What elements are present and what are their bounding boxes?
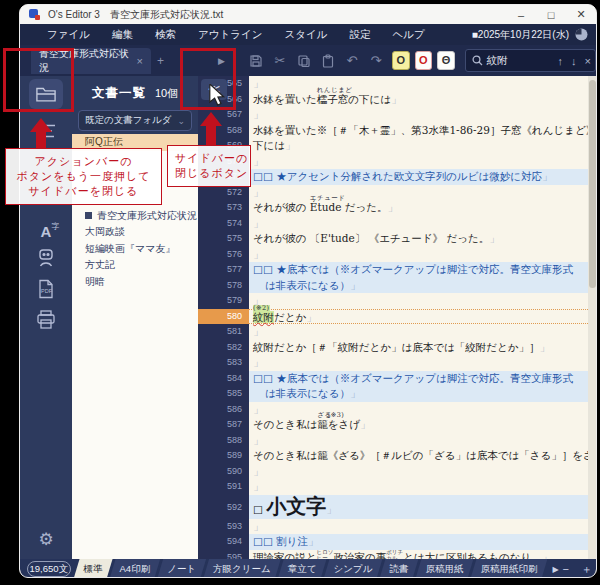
tab-close-icon[interactable]: × (137, 55, 143, 67)
editor-line[interactable]: 585は非表示になる）」 (198, 386, 588, 402)
view-mode-tab-3[interactable]: 方眼クリーム (203, 559, 281, 578)
menu-item-0[interactable]: ファイル (36, 24, 101, 45)
search-clear-button[interactable]: × (581, 55, 595, 67)
screenshot-stage: O's Editor 3 青空文庫形式対応状況.txt – □ ✕ ファイル編集… (0, 0, 600, 585)
editor-line[interactable]: 576」 (198, 247, 588, 263)
menu-item-1[interactable]: 編集 (101, 24, 144, 45)
editor-line[interactable]: 587そのとき私は籠ざるをさげ(※3)」 (198, 417, 588, 433)
more-modes-button[interactable]: ▶ (552, 565, 558, 574)
minimize-button[interactable]: – (506, 9, 536, 21)
editor-line[interactable]: 570」 (198, 154, 588, 170)
folder-dropdown[interactable]: 既定の文書フォルダ ⌄ (78, 110, 192, 131)
line-content: 」 (249, 433, 588, 449)
sidebar-item-print[interactable] (29, 304, 63, 334)
paste-icon[interactable] (317, 53, 339, 69)
view-mode-tab-5[interactable]: シンプル (324, 559, 383, 578)
zoom-in-button[interactable]: ＋ (581, 562, 592, 577)
view-mode-tab-0[interactable]: 標準 (74, 559, 113, 578)
editor-line[interactable]: 594□□ 割り注」 (198, 534, 588, 550)
close-button[interactable]: ✕ (566, 8, 596, 21)
editor-line[interactable]: 595理論家の説とヒロソヒー政治家の事ポリチカルとは大に区別あるものなり。」 (198, 550, 588, 560)
menu-item-2[interactable]: 検索 (144, 24, 187, 45)
editor-line[interactable]: 575それが彼の 〔E'tude〕 《エチュード》 だった。」 (198, 231, 588, 247)
sidebar-item-assistant[interactable] (29, 243, 63, 273)
editor-line[interactable]: 586」 (198, 402, 588, 418)
editor-line[interactable]: 592□ 小文字」 (198, 495, 588, 519)
search-next-button[interactable]: ↓ (567, 55, 581, 67)
menu-item-3[interactable]: アウトライン (187, 24, 273, 45)
editor-line[interactable]: 581」 (198, 324, 588, 340)
view-mode-tab-2[interactable]: ノート (157, 559, 206, 578)
list-item[interactable]: 方丈記 (72, 257, 198, 274)
editor-line[interactable]: 588」 (198, 433, 588, 449)
search-prev-button[interactable]: ↑ (554, 55, 568, 67)
panel-title: 文書一覧 (92, 85, 146, 102)
editor-line[interactable]: 590」 (198, 464, 588, 480)
line-content: □□ ★底本では（※オズマークアップは脚注で対応。青空文庫形式 (249, 262, 588, 278)
save-icon[interactable] (245, 53, 267, 69)
editor-line[interactable]: 573それが彼の Étudeエチュード だった。」 (198, 200, 588, 216)
list-item[interactable]: 青空文庫形式対応状況 (72, 208, 198, 225)
line-content: 水鉢を置いた櫺子窓れんじまどの下には」 (249, 92, 588, 108)
new-tab-button[interactable]: + (151, 54, 170, 68)
red-text-button[interactable]: O (415, 51, 433, 70)
line-number: 587 (198, 417, 249, 433)
editor-line[interactable]: 572」 (198, 185, 588, 201)
cut-icon[interactable]: ✂ (269, 53, 291, 68)
list-item[interactable]: 短編映画『ママ友』 (72, 241, 198, 258)
return-mark: 」 (253, 108, 264, 120)
view-mode-tab-1[interactable]: A4印刷 (110, 559, 161, 578)
editor-line[interactable]: 580紋附(※2)だとか」 (198, 309, 588, 325)
editor-line[interactable]: 593」 (198, 519, 588, 535)
editor-line[interactable]: 582紋附だとか［＃「紋附だとか」は底本では「絞附だとか」］」 (198, 340, 588, 356)
maximize-button[interactable]: □ (536, 9, 566, 21)
callout-line: サイドバーを閉じる (6, 184, 161, 199)
settings-gear-icon[interactable]: ⚙ (29, 529, 63, 555)
list-item[interactable]: 大岡政談 (72, 224, 198, 241)
copy-icon[interactable] (293, 53, 315, 69)
scrollbar-thumb[interactable] (589, 80, 596, 288)
text-segment: そのとき私は (253, 418, 317, 430)
editor-line[interactable]: 565」 (198, 76, 588, 92)
editor-line[interactable]: 568水鉢を置いた※［＃「木＋霊」、第3水準1-86-29］子窓《れんじまど》の (198, 123, 588, 139)
editor-line[interactable]: 577□□ ★底本では（※オズマークアップは脚注で対応。青空文庫形式 (198, 262, 588, 278)
editor-line[interactable]: 574」 (198, 216, 588, 232)
line-number: 582 (198, 340, 249, 356)
marker-highlight-button[interactable]: O (392, 51, 410, 70)
menu-item-6[interactable]: ヘルプ (381, 24, 435, 45)
view-mode-tab-4[interactable]: 章立て (278, 559, 327, 578)
editor-line[interactable]: 578は非表示になる）」 (198, 278, 588, 294)
view-mode-tab-8[interactable]: 原稿用紙印刷 (470, 559, 547, 578)
text-segment: をさげ(※3) (328, 418, 360, 430)
editor-line[interactable]: 569下には」 (198, 138, 588, 154)
redo-icon[interactable]: ↷ (365, 53, 387, 68)
line-content: 水鉢を置いた※［＃「木＋霊」、第3水準1-86-29］子窓《れんじまど》の (249, 123, 588, 139)
list-item[interactable]: 明暗 (72, 274, 198, 291)
editor-line[interactable]: 584□□ ★底本では（※オズマークアップは脚注で対応。青空文庫形式 (198, 371, 588, 387)
editor-area[interactable]: 565」566水鉢を置いた櫺子窓れんじまどの下には」567」568水鉢を置いた※… (198, 76, 588, 559)
search-input[interactable]: 紋附 ↑ ↓ × (465, 49, 596, 72)
line-content: 」 (249, 402, 588, 418)
undo-icon[interactable]: ↶ (341, 53, 363, 68)
view-mode-tab-6[interactable]: 読書 (379, 559, 418, 578)
editor-line[interactable]: 567」 (198, 107, 588, 123)
scrollbar[interactable] (588, 76, 597, 559)
editor-line[interactable]: 566水鉢を置いた櫺子窓れんじまどの下には」 (198, 92, 588, 108)
text-segment: そのとき私は籠《ざる》［＃ルビの「ざる」は底本では「さる」］をさげ (253, 449, 588, 461)
assistant-icon (36, 248, 56, 268)
editor-line[interactable]: 589そのとき私は籠《ざる》［＃ルビの「ざる」は底本では「さる」］をさげ」 (198, 448, 588, 464)
line-number: 581 (198, 324, 249, 340)
sidebar-item-pdf[interactable]: PDF (29, 274, 63, 304)
editor-line[interactable]: 583」 (198, 355, 588, 371)
editor-line[interactable]: 591」 (198, 479, 588, 495)
line-content: 下には」 (249, 138, 588, 154)
menu-item-5[interactable]: 設定 (338, 24, 381, 45)
strikethrough-button[interactable]: Θ (437, 51, 455, 70)
zoom-out-button[interactable]: − (563, 563, 569, 575)
sidebar-item-font-tool[interactable]: A字 (29, 216, 63, 246)
text-segment: 小文字 (266, 494, 326, 518)
view-mode-tab-7[interactable]: 原稿用紙 (415, 559, 473, 578)
editor-line[interactable]: 571□□ ★アクセント分解された欧文文字列のルビは微妙に対応」 (198, 169, 588, 185)
return-mark: 」 (253, 465, 264, 477)
menu-item-4[interactable]: スタイル (273, 24, 338, 45)
